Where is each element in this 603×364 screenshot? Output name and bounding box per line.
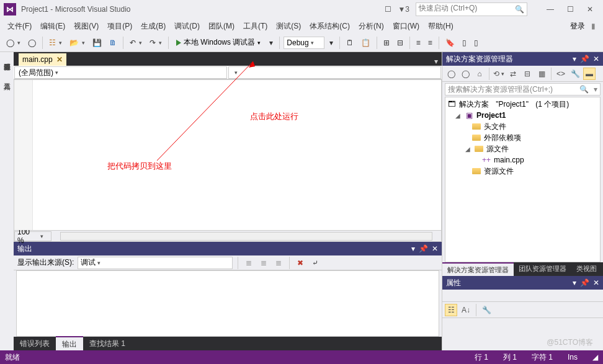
scope-combo[interactable]: (全局范围) [14,66,227,79]
uncomment-button[interactable]: ▯ [471,37,481,48]
project-node[interactable]: ◢ ▣ Project1 [447,110,599,121]
start-debugging-button[interactable]: 本地 Windows 调试器 ▾ [172,36,264,49]
horizontal-scrollbar[interactable] [60,232,432,241]
indent-right-button[interactable]: ≡ [426,37,435,48]
resize-grip-icon[interactable]: ◢ [592,353,598,362]
tab-class-view[interactable]: 类视图 [571,262,602,276]
tab-dropdown-icon[interactable]: ▾ [434,57,438,66]
menu-arch[interactable]: 体系结构(C) [306,20,354,33]
pin-icon[interactable]: 📌 [580,55,589,63]
pin-icon[interactable]: 📌 [580,278,589,287]
menu-view[interactable]: 视图(V) [70,20,102,33]
clear-output-button[interactable]: ✖ [295,257,306,269]
sync-icon[interactable]: ⟲ [493,68,505,80]
open-button[interactable]: 📂 [67,37,87,48]
solution-node[interactable]: 🗔 解决方案 "Project1" (1 个项目) [447,99,599,110]
panel-dropdown-icon[interactable]: ▾ [411,244,415,253]
categorized-icon[interactable]: ☷ [445,304,457,316]
server-explorer-tab[interactable]: 服务器资源管理器 [1,55,13,62]
forward-icon[interactable]: ◯ [459,68,471,80]
expand-icon[interactable]: ◢ [464,146,471,153]
solution-tree[interactable]: 🗔 解决方案 "Project1" (1 个项目) ◢ ▣ Project1 头… [445,97,601,262]
member-combo[interactable] [228,66,441,79]
save-button[interactable]: 💾 [90,37,104,48]
back-icon[interactable]: ◯ [445,68,457,80]
tab-find-results[interactable]: 查找结果 1 [83,337,132,351]
tab-team-explorer[interactable]: 团队资源管理器 [514,262,571,276]
output-btn-1[interactable]: ≣ [243,257,254,269]
quick-launch-input[interactable]: 快速启动 (Ctrl+Q) 🔍 [416,2,527,16]
redo-button[interactable]: ↷ [147,37,164,48]
menu-tools[interactable]: 工具(T) [239,20,271,33]
panel-close-icon[interactable]: ✕ [432,244,438,253]
toolbar-btn-2[interactable]: 📋 [359,37,373,48]
output-btn-2[interactable]: ≣ [258,257,269,269]
menu-edit[interactable]: 编辑(E) [37,20,69,33]
zoom-combo[interactable]: 100 % [14,231,51,241]
login-link[interactable]: 登录 [570,21,585,32]
toolbar-btn-1[interactable]: 🗒 [344,37,356,48]
solution-search-input[interactable]: 搜索解决方案资源管理器(Ctrl+;) 🔍 ▾ [445,83,601,95]
headers-folder[interactable]: 头文件 [447,121,599,132]
expand-icon[interactable]: ◢ [454,112,462,119]
new-project-button[interactable]: ☷ [47,37,65,48]
notifications-icon[interactable]: ▼3 [398,5,409,14]
refresh-icon[interactable]: ⇄ [507,68,519,80]
maximize-button[interactable]: ☐ [561,2,579,16]
menu-help[interactable]: 帮助(H) [424,20,457,33]
output-body[interactable] [16,270,439,337]
properties-icon[interactable]: 🔧 [569,68,581,80]
save-all-button[interactable]: 🗎 [107,37,119,48]
show-all-icon[interactable]: ▦ [535,68,548,80]
output-source-combo[interactable]: 调试 [78,257,233,269]
file-tab-main[interactable]: main.cpp ✕ [19,53,66,66]
wrap-output-button[interactable]: ⤶ [310,257,321,269]
panel-close-icon[interactable]: ✕ [593,55,599,63]
sources-folder[interactable]: ◢ 源文件 [447,143,599,154]
user-icon[interactable]: ▮ [591,22,596,30]
panel-dropdown-icon[interactable]: ▾ [573,55,576,63]
toolbox-tab[interactable]: 工具箱 [1,74,13,82]
properties-combo[interactable] [442,290,603,302]
menu-analyze[interactable]: 分析(N) [355,20,388,33]
configuration-combo[interactable]: Debug [284,37,324,49]
back-button[interactable]: ◯ [4,37,23,48]
menu-project[interactable]: 项目(P) [104,20,136,33]
feedback-icon[interactable]: ☐ [385,5,391,14]
comment-button[interactable]: ▯ [460,37,469,48]
undo-button[interactable]: ↶ [127,37,145,48]
indent-left-button[interactable]: ≡ [414,37,423,48]
menu-window[interactable]: 窗口(W) [389,20,423,33]
minimize-button[interactable]: — [541,2,560,16]
resources-folder[interactable]: 资源文件 [447,166,599,177]
menu-test[interactable]: 测试(S) [272,20,305,33]
property-pages-icon[interactable]: 🔧 [480,304,493,316]
file-main-cpp[interactable]: ++ main.cpp [447,154,599,166]
menu-file[interactable]: 文件(F) [4,20,35,33]
debug-target-dropdown[interactable]: ▾ [267,37,275,48]
tab-output[interactable]: 输出 [56,336,83,352]
config-dropdown[interactable]: ▾ [327,37,336,48]
panel-dropdown-icon[interactable]: ▾ [573,278,576,287]
tab-solution-explorer[interactable]: 解决方案资源管理器 [442,262,514,276]
alphabetical-icon[interactable]: A↓ [460,304,472,316]
output-btn-3[interactable]: ≣ [273,257,284,269]
bookmark-button[interactable]: 🔖 [443,37,457,48]
panel-close-icon[interactable]: ✕ [593,278,599,287]
tab-error-list[interactable]: 错误列表 [14,337,56,351]
external-deps-folder[interactable]: 外部依赖项 [447,132,599,143]
code-icon[interactable]: <> [555,68,567,80]
preview-icon[interactable]: ▬ [583,68,596,80]
collapse-icon[interactable]: ⊟ [521,68,534,80]
home-icon[interactable]: ⌂ [473,68,486,80]
menu-debug[interactable]: 调试(D) [171,20,203,33]
code-editor[interactable]: 点击此处运行 把代码拷贝到这里 [14,80,441,230]
close-button[interactable]: ✕ [581,2,599,16]
menu-team[interactable]: 团队(M) [205,20,238,33]
toolbar-btn-3[interactable]: ⊞ [381,37,392,48]
forward-button[interactable]: ◯ [25,37,38,48]
menu-build[interactable]: 生成(B) [137,20,169,33]
toolbar-btn-4[interactable]: ⊟ [395,37,406,48]
close-tab-icon[interactable]: ✕ [56,55,63,64]
pin-icon[interactable]: 📌 [419,244,428,253]
